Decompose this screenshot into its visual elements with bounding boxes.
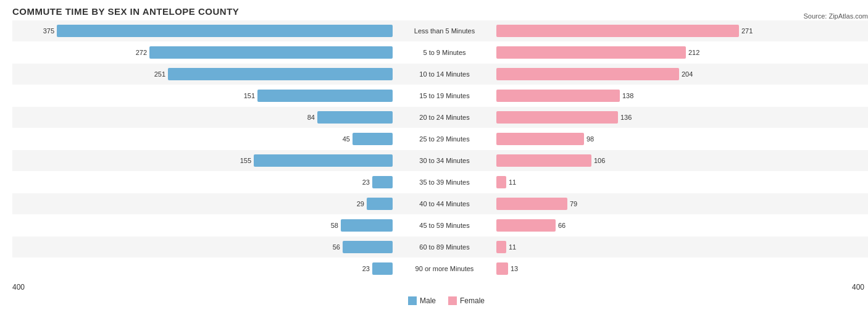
chart-area: 375 Less than 5 Minutes 271 272 5 to 9 M… bbox=[12, 20, 868, 305]
male-value: 84 bbox=[296, 114, 315, 121]
left-section: 375 bbox=[12, 25, 395, 37]
female-value: 98 bbox=[586, 135, 594, 143]
right-section: 212 bbox=[494, 46, 864, 59]
male-value: 375 bbox=[36, 27, 54, 35]
chart-row: 58 45 to 59 Minutes 66 bbox=[12, 215, 868, 236]
chart-row: 29 40 to 44 Minutes 79 bbox=[12, 193, 868, 214]
category-label: 60 to 89 Minutes bbox=[395, 243, 494, 251]
right-section: 204 bbox=[494, 68, 864, 80]
axis-right-label: 400 bbox=[494, 283, 864, 292]
female-bar bbox=[496, 46, 686, 59]
female-bar bbox=[496, 176, 506, 188]
right-section: 138 bbox=[494, 90, 864, 102]
male-value: 155 bbox=[233, 157, 251, 164]
male-bar bbox=[168, 68, 393, 80]
legend-female-icon bbox=[448, 296, 457, 305]
category-label: 5 to 9 Minutes bbox=[395, 49, 494, 56]
female-value: 271 bbox=[741, 27, 753, 35]
category-label: 40 to 44 Minutes bbox=[395, 200, 494, 208]
axis-left-label: 400 bbox=[12, 283, 395, 292]
category-label: 25 to 29 Minutes bbox=[395, 135, 494, 143]
chart-title: COMMUTE TIME BY SEX IN ANTELOPE COUNTY bbox=[12, 6, 868, 17]
male-bar bbox=[353, 133, 393, 145]
female-value: 66 bbox=[558, 222, 565, 229]
male-value: 29 bbox=[346, 200, 364, 208]
female-bar bbox=[496, 111, 618, 124]
legend-male-label: Male bbox=[420, 296, 436, 305]
left-section: 56 bbox=[12, 241, 395, 253]
female-value: 138 bbox=[622, 92, 633, 99]
right-section: 271 bbox=[494, 25, 864, 37]
female-bar bbox=[496, 68, 679, 80]
male-bar bbox=[317, 111, 393, 124]
right-section: 11 bbox=[494, 176, 864, 188]
male-value: 23 bbox=[351, 265, 370, 272]
female-value: 13 bbox=[511, 265, 518, 272]
legend: Male Female bbox=[12, 296, 868, 305]
male-bar bbox=[257, 90, 393, 102]
female-value: 136 bbox=[620, 114, 632, 121]
left-section: 272 bbox=[12, 46, 395, 59]
female-value: 106 bbox=[594, 157, 605, 164]
source-label: Source: ZipAtlas.com bbox=[803, 12, 868, 20]
chart-row: 251 10 to 14 Minutes 204 bbox=[12, 64, 868, 85]
male-bar bbox=[367, 198, 393, 210]
chart-row: 23 90 or more Minutes 13 bbox=[12, 258, 868, 279]
female-value: 204 bbox=[682, 70, 693, 78]
chart-row: 155 30 to 34 Minutes 106 bbox=[12, 150, 868, 171]
left-section: 151 bbox=[12, 90, 395, 102]
legend-female: Female bbox=[448, 296, 485, 305]
right-section: 11 bbox=[494, 241, 864, 253]
right-section: 13 bbox=[494, 262, 864, 275]
female-value: 11 bbox=[509, 243, 516, 251]
chart-row: 375 Less than 5 Minutes 271 bbox=[12, 20, 868, 41]
male-bar bbox=[57, 25, 393, 37]
male-value: 23 bbox=[351, 178, 370, 186]
male-bar bbox=[149, 46, 393, 59]
right-section: 136 bbox=[494, 111, 864, 124]
chart-row: 84 20 to 24 Minutes 136 bbox=[12, 107, 868, 128]
left-section: 23 bbox=[12, 262, 395, 275]
category-label: Less than 5 Minutes bbox=[395, 27, 494, 35]
female-bar bbox=[496, 25, 739, 37]
female-value: 79 bbox=[570, 200, 577, 208]
category-label: 45 to 59 Minutes bbox=[395, 222, 494, 229]
right-section: 106 bbox=[494, 154, 864, 167]
male-bar bbox=[343, 241, 393, 253]
right-section: 79 bbox=[494, 198, 864, 210]
male-bar bbox=[254, 154, 393, 167]
male-value: 56 bbox=[322, 243, 340, 251]
chart-row: 23 35 to 39 Minutes 11 bbox=[12, 172, 868, 193]
female-bar bbox=[496, 198, 567, 210]
category-label: 20 to 24 Minutes bbox=[395, 114, 494, 121]
male-value: 251 bbox=[147, 70, 165, 78]
left-section: 23 bbox=[12, 176, 395, 188]
legend-female-label: Female bbox=[460, 296, 485, 305]
left-section: 251 bbox=[12, 68, 395, 80]
female-bar bbox=[496, 90, 620, 102]
female-value: 11 bbox=[509, 178, 516, 186]
legend-male: Male bbox=[408, 296, 436, 305]
right-section: 98 bbox=[494, 133, 864, 145]
male-value: 45 bbox=[332, 135, 350, 143]
legend-male-icon bbox=[408, 296, 417, 305]
female-bar bbox=[496, 154, 591, 167]
male-bar bbox=[372, 176, 393, 188]
category-label: 30 to 34 Minutes bbox=[395, 157, 494, 164]
female-bar bbox=[496, 219, 556, 232]
female-bar bbox=[496, 133, 584, 145]
category-label: 90 or more Minutes bbox=[395, 265, 494, 272]
male-value: 272 bbox=[128, 49, 147, 56]
left-section: 29 bbox=[12, 198, 395, 210]
category-label: 35 to 39 Minutes bbox=[395, 178, 494, 186]
male-bar bbox=[372, 262, 393, 275]
category-label: 10 to 14 Minutes bbox=[395, 70, 494, 78]
left-section: 84 bbox=[12, 111, 395, 124]
male-value: 58 bbox=[320, 222, 338, 229]
chart-row: 272 5 to 9 Minutes 212 bbox=[12, 42, 868, 63]
chart-row: 56 60 to 89 Minutes 11 bbox=[12, 237, 868, 258]
category-label: 15 to 19 Minutes bbox=[395, 92, 494, 99]
left-section: 58 bbox=[12, 219, 395, 232]
female-bar bbox=[496, 262, 508, 275]
female-value: 212 bbox=[688, 49, 699, 56]
